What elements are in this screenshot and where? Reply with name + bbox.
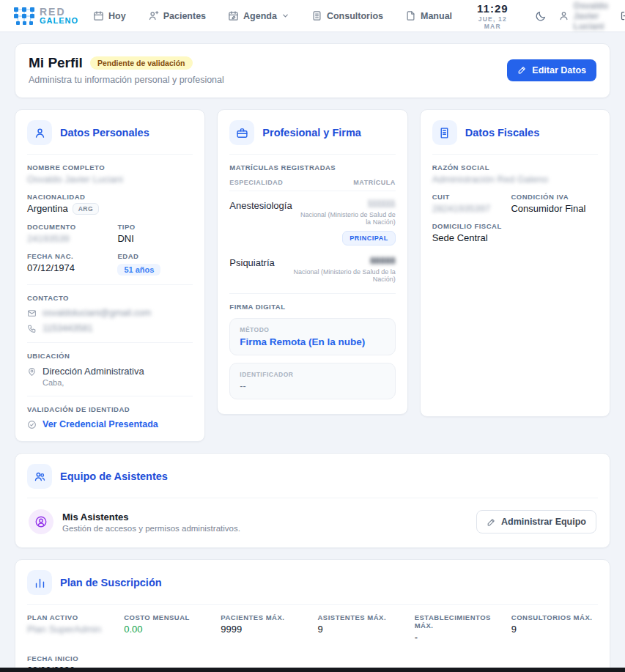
cuit-label: CUIT — [432, 193, 511, 201]
user-menu[interactable]: Osvaldo Javier Luciani — [558, 1, 608, 32]
name-label: NOMBRE COMPLETO — [27, 163, 193, 171]
birth-label: FECHA NAC. — [27, 252, 117, 260]
team-icon — [27, 464, 52, 489]
col-license: MATRÍCULA — [353, 179, 395, 186]
personal-data-card: Datos Personales NOMBRE COMPLETO Osvaldo… — [15, 109, 205, 442]
licenses-label: MATRÍCULAS REGISTRADAS — [229, 163, 395, 171]
nav-item-hoy[interactable]: Hoy — [93, 10, 126, 21]
professional-card: Profesional y Firma MATRÍCULAS REGISTRAD… — [217, 109, 407, 415]
plan-field-value: 9 — [511, 624, 598, 635]
cuit-group: CUIT 28241935397 — [432, 193, 511, 214]
email-value: osvaldoluciani@gmail.com — [42, 308, 151, 318]
plan-field: CONSULTORIOS MÁX. 9 — [511, 613, 598, 643]
nav-label: Hoy — [108, 11, 126, 21]
method-label: MÉTODO — [240, 326, 385, 333]
chevron-down-icon — [281, 12, 289, 20]
patients-icon — [148, 10, 159, 21]
divider — [27, 396, 193, 396]
map-pin-icon — [27, 366, 37, 377]
cards-row: Datos Personales NOMBRE COMPLETO Osvaldo… — [15, 109, 610, 442]
logo-word-red: RED — [40, 7, 78, 17]
location-block: Dirección Administrativa Caba, — [42, 366, 144, 387]
edit-pencil-icon — [517, 65, 527, 75]
app-logo[interactable]: RED GALENO — [13, 7, 78, 26]
team-item-text: Mis Asistentes Gestión de accesos y perm… — [62, 512, 240, 533]
briefcase-icon — [229, 120, 254, 145]
birth-group: FECHA NAC. 07/12/1974 — [27, 252, 117, 276]
divider — [27, 284, 193, 285]
profile-header-card: Mi Perfil Pendiente de validación Admini… — [15, 43, 610, 98]
location-city: Caba, — [42, 378, 144, 387]
fiscal-card: Datos Fiscales RAZÓN SOCIAL Administraci… — [420, 109, 610, 417]
window-bottom-edge — [0, 668, 625, 672]
method-value: Firma Remota (En la nube) — [240, 336, 385, 347]
license-issuer: Nacional (Ministerio de Salud de la Naci… — [281, 268, 396, 283]
nav-label: Consultorios — [327, 11, 383, 21]
divider — [27, 604, 598, 605]
logout-icon — [620, 10, 625, 21]
user-circle-icon — [29, 509, 53, 534]
divider — [27, 342, 193, 343]
professional-card-title: Profesional y Firma — [262, 127, 361, 139]
nationality-label: NACIONALIDAD — [27, 193, 193, 201]
plan-field-label: PACIENTES MÁX. — [221, 613, 307, 621]
full-name-value: Osvaldo Javier Luciani — [27, 174, 193, 185]
view-credential-link[interactable]: Ver Credencial Presentada — [27, 419, 193, 429]
clock-time: 11:29 — [477, 2, 508, 15]
logout-button[interactable]: Salir — [620, 10, 625, 21]
nav-item-manual[interactable]: Manual — [405, 10, 452, 21]
logo-wordmark: RED GALENO — [40, 7, 78, 25]
document-label: DOCUMENTO — [27, 223, 117, 231]
age-label: EDAD — [117, 252, 193, 260]
validation-label: VALIDACIÓN DE IDENTIDAD — [27, 405, 193, 413]
page-subtitle: Administra tu información personal y pro… — [29, 75, 224, 85]
doc-type-value: DNI — [117, 233, 193, 244]
signature-label: FIRMA DIGITAL — [229, 303, 395, 311]
edit-data-button[interactable]: Editar Datos — [507, 59, 596, 81]
doc-type-group: TIPO DNI — [117, 223, 193, 244]
person-icon — [27, 120, 52, 145]
iva-group: CONDICIÓN IVA Consumidor Final — [511, 193, 598, 214]
personal-card-title: Datos Personales — [60, 127, 149, 139]
nav-item-pacientes[interactable]: Pacientes — [148, 10, 206, 21]
navbar-right: Osvaldo Javier Luciani Salir — [535, 1, 625, 32]
principal-badge: PRINCIPAL — [342, 231, 395, 245]
team-item-title: Mis Asistentes — [62, 512, 240, 523]
birth-value: 07/12/1974 — [27, 262, 117, 273]
plan-field-value: 9999 — [221, 624, 307, 635]
plan-field-value: 0.00 — [124, 624, 210, 635]
status-badge: Pendiente de validación — [90, 56, 193, 70]
iva-label: CONDICIÓN IVA — [511, 193, 598, 201]
fiscal-card-title: Datos Fiscales — [465, 127, 540, 139]
plan-grid: PLAN ACTIVO Plan SuperAdmin COSTO MENSUA… — [27, 613, 598, 643]
clock-date: JUE, 12 MAR — [477, 15, 508, 30]
nav-label: Pacientes — [163, 11, 206, 21]
plan-field: ESTABLECIMIENTOS MÁX. - — [415, 613, 501, 643]
manage-team-button[interactable]: Administrar Equipo — [476, 510, 596, 533]
signature-id-box: IDENTIFICADOR -- — [229, 363, 395, 399]
plan-field-label: PLAN ACTIVO — [27, 613, 114, 621]
nav-item-consultorios[interactable]: Consultorios — [311, 10, 383, 21]
moon-icon[interactable] — [535, 10, 547, 22]
team-card-title: Equipo de Asistentes — [60, 470, 168, 482]
plan-field-value: 9 — [317, 624, 404, 635]
plan-card: Plan de Suscripción PLAN ACTIVO Plan Sup… — [15, 559, 610, 672]
phone-value: 1153443581 — [42, 323, 93, 333]
col-specialty: ESPECIALIDAD — [229, 179, 283, 186]
team-item-subtitle: Gestión de accesos y permisos administra… — [62, 524, 240, 533]
signature-method-box: MÉTODO Firma Remota (En la nube) — [229, 318, 395, 355]
license-row: Anestesiología 111111 Nacional (Minister… — [229, 199, 395, 245]
nav-item-agenda[interactable]: Agenda — [228, 10, 289, 21]
manage-team-label: Administrar Equipo — [501, 517, 586, 527]
divider — [229, 293, 395, 294]
receipt-icon — [432, 120, 457, 145]
specialty-value: Psiquiatría — [229, 256, 274, 283]
phone-icon — [27, 324, 37, 333]
logo-grid-icon — [13, 7, 35, 26]
chart-icon — [27, 570, 52, 595]
license-issuer: Nacional (Ministerio de Salud de la Naci… — [298, 211, 396, 226]
contact-label: CONTACTO — [27, 294, 193, 302]
razon-label: RAZÓN SOCIAL — [432, 163, 598, 171]
document-value: 24193539 — [27, 233, 117, 244]
plan-field-label: COSTO MENSUAL — [124, 613, 210, 621]
